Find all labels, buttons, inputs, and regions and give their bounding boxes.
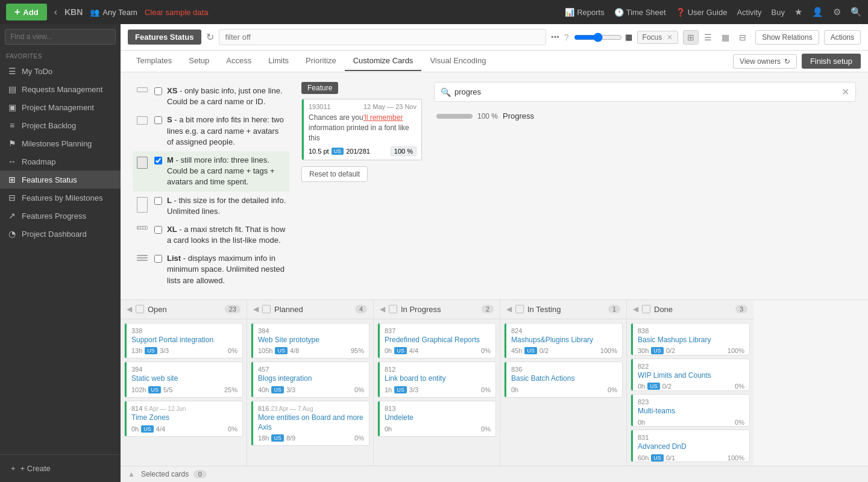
list-view-button[interactable]: ☰ bbox=[700, 30, 716, 45]
table-view-button[interactable]: ▦ bbox=[717, 30, 734, 45]
selected-cards-label: Selected cards 0 bbox=[141, 470, 207, 478]
tab-limits[interactable]: Limits bbox=[260, 51, 297, 71]
fields-search-input[interactable] bbox=[454, 87, 838, 96]
userguide-link[interactable]: ❓ User Guide bbox=[676, 8, 728, 17]
col-checkbox-in-progress[interactable] bbox=[389, 305, 397, 313]
sidebar-item-project-management[interactable]: ▣ Project Management bbox=[0, 98, 121, 116]
sidebar-item-requests-management[interactable]: ▤ Requests Management bbox=[0, 80, 121, 98]
size-item-m: M - still more info: three lines. Could … bbox=[133, 151, 289, 192]
table-row[interactable]: 338 Support Portal integration 13h US 3/… bbox=[124, 323, 243, 359]
col-checkbox-in-testing[interactable] bbox=[515, 305, 524, 313]
buy-link[interactable]: Buy bbox=[772, 8, 785, 17]
bottom-bar-arrow-icon: ▲ bbox=[128, 470, 135, 478]
col-name-in-progress: In Progress bbox=[401, 305, 478, 314]
tab-visual-encoding[interactable]: Visual Encoding bbox=[421, 51, 494, 71]
activity-link[interactable]: Activity bbox=[737, 8, 761, 17]
show-relations-button[interactable]: Show Relations bbox=[755, 30, 819, 45]
col-checkbox-open[interactable] bbox=[136, 305, 144, 313]
col-collapse-in-progress[interactable]: ◀ bbox=[380, 305, 385, 313]
filter-options-button[interactable]: ••• bbox=[551, 33, 559, 42]
col-checkbox-planned[interactable] bbox=[262, 305, 271, 313]
sidebar-item-project-backlog[interactable]: ≡ Project Backlog bbox=[0, 116, 121, 134]
gantt-view-button[interactable]: ⊟ bbox=[735, 30, 750, 45]
table-row[interactable]: 823 Multi-teams 0h 0% bbox=[631, 394, 750, 427]
finish-setup-button[interactable]: Finish setup bbox=[802, 54, 861, 69]
col-collapse-in-testing[interactable]: ◀ bbox=[506, 305, 512, 313]
sidebar-features-status-icon: ⊞ bbox=[7, 175, 17, 184]
view-owners-button[interactable]: View owners ↻ bbox=[733, 54, 797, 69]
focus-button[interactable]: Focus ✕ bbox=[637, 31, 679, 44]
table-row[interactable]: 816 23 Apr — 7 Aug More entities on Boar… bbox=[251, 401, 370, 446]
focus-close-icon[interactable]: ✕ bbox=[667, 33, 673, 42]
sidebar-collapse-button[interactable]: ‹ bbox=[54, 7, 57, 17]
tab-templates[interactable]: Templates bbox=[128, 51, 180, 71]
col-collapse-done[interactable]: ◀ bbox=[633, 305, 638, 313]
table-row[interactable]: 824 Mashups&Plugins Library 45h US 0/2 1… bbox=[504, 323, 623, 359]
table-row[interactable]: 822 WIP Limits and Counts 0h US 0/2 0% bbox=[631, 358, 750, 391]
size-s-label: S - a bit more info fits in here: two li… bbox=[167, 114, 287, 148]
sidebar-backlog-icon: ≡ bbox=[7, 120, 17, 130]
col-name-planned: Planned bbox=[274, 305, 351, 314]
refresh-button[interactable]: ↻ bbox=[206, 31, 214, 43]
tab-access[interactable]: Access bbox=[218, 51, 260, 71]
col-name-done: Done bbox=[654, 305, 732, 314]
col-collapse-planned[interactable]: ◀ bbox=[253, 305, 259, 313]
search-button[interactable]: 🔍 bbox=[851, 7, 862, 17]
table-row[interactable]: 836 Basic Batch Actions 0h 0% bbox=[504, 362, 623, 398]
tabs-bar: Templates Setup Access Limits Prioritize… bbox=[121, 51, 868, 72]
tab-setup[interactable]: Setup bbox=[180, 51, 218, 71]
reports-link[interactable]: 📊 Reports bbox=[565, 8, 605, 17]
progress-bar-fill bbox=[436, 114, 473, 119]
sidebar-requests-label: Requests Management bbox=[22, 85, 102, 94]
settings-button[interactable]: ⚙ bbox=[833, 7, 841, 17]
size-m-checkbox[interactable] bbox=[154, 157, 162, 164]
sidebar-features-status-label: Features Status bbox=[22, 175, 77, 184]
star-button[interactable]: ★ bbox=[794, 7, 802, 17]
board-view-button[interactable]: ⊞ bbox=[683, 30, 699, 45]
table-row[interactable]: 813 Undelete 0h 0% bbox=[377, 401, 496, 437]
table-row[interactable]: 394 Static web site 102h US 5/5 25% bbox=[124, 362, 243, 398]
size-l-checkbox[interactable] bbox=[154, 197, 162, 205]
table-row[interactable]: 814 6 Apr — 12 Jun Time Zones 0h US 4/4 … bbox=[124, 401, 243, 437]
preview-progress-pct: 100 % bbox=[391, 146, 417, 156]
add-button[interactable]: Add bbox=[6, 4, 47, 20]
team-selector[interactable]: 👥 Any Team bbox=[90, 8, 137, 17]
col-checkbox-done[interactable] bbox=[642, 305, 650, 313]
table-row[interactable]: 384 Web Site prototype 105h US 4/8 95% bbox=[251, 323, 370, 359]
sidebar-item-features-progress[interactable]: ↗ Features Progress bbox=[0, 207, 121, 225]
tab-customize-cards[interactable]: Customize Cards bbox=[345, 51, 422, 71]
search-clear-button[interactable]: ✕ bbox=[841, 86, 849, 98]
reset-to-default-button[interactable]: Reset to default bbox=[301, 166, 368, 182]
size-s-checkbox[interactable] bbox=[154, 116, 162, 124]
sidebar-item-project-dashboard[interactable]: ◔ Project Dashboard bbox=[0, 225, 121, 243]
filter-input[interactable] bbox=[219, 29, 547, 45]
size-xl-checkbox[interactable] bbox=[154, 226, 162, 234]
timesheet-link[interactable]: 🕐 Time Sheet bbox=[614, 8, 666, 17]
tab-prioritize[interactable]: Prioritize bbox=[297, 51, 345, 71]
col-collapse-open[interactable]: ◀ bbox=[127, 305, 132, 313]
preview-us-badge: US bbox=[332, 148, 344, 155]
table-row[interactable]: 812 Link board to entity 1h US 3/3 0% bbox=[377, 362, 496, 398]
create-button[interactable]: + + Create bbox=[5, 460, 116, 477]
table-row[interactable]: 831 Advanced DnD 60h US 0/1 100% bbox=[631, 430, 750, 462]
table-row[interactable]: 838 Basic Mashups Library 30h US 0/2 100… bbox=[631, 323, 750, 355]
help-button[interactable]: ? bbox=[564, 33, 569, 42]
size-list-checkbox[interactable] bbox=[154, 255, 162, 263]
sidebar-item-milestones-planning[interactable]: ⚑ Milestones Planning bbox=[0, 134, 121, 152]
search-result-pct: 100 % bbox=[477, 112, 498, 120]
actions-button[interactable]: Actions bbox=[824, 30, 861, 45]
sidebar-search-input[interactable] bbox=[5, 29, 116, 45]
table-row[interactable]: 837 Predefined Graphical Reports 0h US 4… bbox=[377, 323, 496, 359]
table-row[interactable]: 457 Blogs integration 40h US 3/3 0% bbox=[251, 362, 370, 398]
sidebar-item-roadmap[interactable]: ↔ Roadmap bbox=[0, 152, 121, 171]
sidebar-bottom: + + Create bbox=[0, 454, 121, 482]
size-xs-checkbox[interactable] bbox=[154, 87, 162, 95]
avatar-button[interactable]: 👤 bbox=[812, 7, 823, 17]
clear-sample-data-link[interactable]: Clear sample data bbox=[145, 8, 209, 17]
zoom-slider[interactable] bbox=[574, 33, 622, 42]
sidebar-item-features-status[interactable]: ⊞ Features Status bbox=[0, 171, 121, 189]
sidebar-item-my-todo[interactable]: ☰ My ToDo bbox=[0, 62, 121, 80]
sidebar-item-features-by-milestones[interactable]: ⊟ Features by Milestones bbox=[0, 189, 121, 207]
main-area: FAVORITES ☰ My ToDo ▤ Requests Managemen… bbox=[0, 24, 868, 482]
size-xl-label: XL - a maxi stretch fit. That is how a c… bbox=[167, 224, 287, 246]
